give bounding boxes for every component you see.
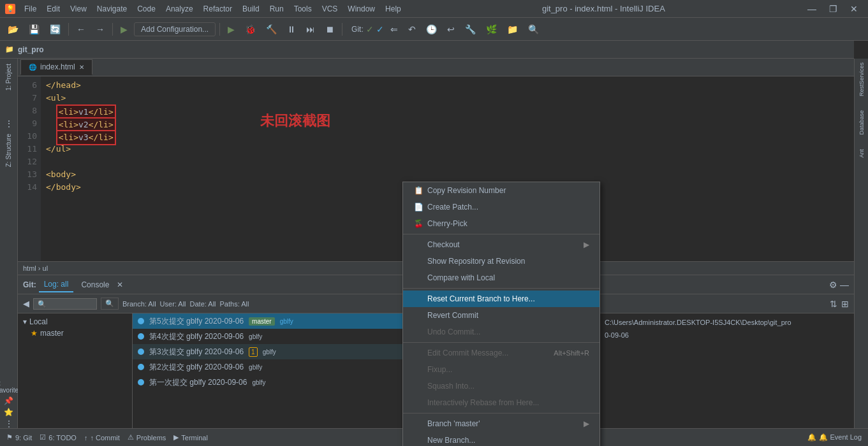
- cherry-icon: 🍒: [413, 219, 423, 229]
- git-log-tab[interactable]: Log: all: [39, 277, 74, 292]
- menu-window[interactable]: Window: [344, 3, 379, 15]
- ctx-show-repo[interactable]: Show Repository at Revision: [403, 253, 600, 270]
- git-check-icon: ✓: [366, 24, 374, 34]
- sidebar-project-label[interactable]: 1: Project: [5, 64, 12, 90]
- ctx-compare-local[interactable]: Compare with Local: [403, 270, 600, 286]
- git-search-filter-btn[interactable]: 🔍: [101, 298, 119, 310]
- close-button[interactable]: ✕: [845, 3, 863, 15]
- run-btn[interactable]: 🔨: [262, 22, 281, 37]
- rest-services-label[interactable]: RestServices: [858, 62, 865, 96]
- event-log-icon: 🔔: [807, 433, 816, 442]
- git-push-btn[interactable]: ↶: [404, 22, 420, 37]
- menu-view[interactable]: View: [66, 3, 91, 15]
- code-line-8: <li>v1</li>: [46, 104, 849, 117]
- ant-label[interactable]: Ant: [858, 149, 865, 158]
- git-master-branch[interactable]: ★ master: [20, 327, 129, 339]
- back-btn[interactable]: ←: [73, 22, 89, 37]
- window-controls: — ❐ ✕: [802, 3, 863, 15]
- play-btn[interactable]: ▶: [224, 22, 239, 37]
- minimize-button[interactable]: —: [802, 3, 821, 15]
- tab-close-btn[interactable]: ✕: [79, 64, 84, 71]
- editor-tab-index-html[interactable]: 🌐 index.html ✕: [20, 59, 92, 75]
- ctx-reset-branch[interactable]: Reset Current Branch to Here...: [403, 291, 600, 307]
- terminal-status-btn[interactable]: ▶ Terminal: [170, 429, 212, 446]
- menu-edit[interactable]: Edit: [43, 3, 64, 15]
- ctx-squash[interactable]: Squash Into...: [403, 378, 600, 394]
- git-history-btn[interactable]: 🕒: [422, 22, 441, 37]
- branch-icon: [413, 419, 423, 429]
- git-settings-btn[interactable]: 🔧: [461, 22, 480, 37]
- branch-filter[interactable]: Branch: All: [122, 300, 156, 308]
- menu-build[interactable]: Build: [239, 3, 263, 15]
- sidebar-star-icon[interactable]: ⭐: [4, 408, 13, 417]
- git-branches-btn[interactable]: 🌿: [482, 22, 501, 37]
- git-search2-btn[interactable]: 🔍: [524, 22, 543, 37]
- git-update-btn[interactable]: ⇐: [386, 22, 402, 37]
- ctx-cherry-pick[interactable]: 🍒 Cherry-Pick: [403, 215, 600, 232]
- menu-analyze[interactable]: Analyze: [162, 3, 197, 15]
- ctx-revert-commit[interactable]: Revert Commit: [403, 307, 600, 324]
- event-log-btn[interactable]: 🔔 🔔 Event Log: [804, 429, 865, 446]
- ctx-create-patch[interactable]: 📄 Create Patch...: [403, 199, 600, 215]
- git-group-btn[interactable]: ⊞: [841, 299, 849, 309]
- sidebar-structure-label[interactable]: Z: Structure: [5, 134, 12, 167]
- menu-run[interactable]: Run: [266, 3, 288, 15]
- git-revert-btn[interactable]: ↩: [443, 22, 459, 37]
- git-settings-icon[interactable]: ⚙: [829, 280, 837, 290]
- git-extra-btn[interactable]: 📁: [503, 22, 522, 37]
- open-btn[interactable]: 📂: [4, 22, 22, 37]
- git-collapse-btn[interactable]: ◀: [23, 299, 29, 308]
- git-search-input[interactable]: [33, 298, 97, 310]
- forward-btn[interactable]: →: [92, 22, 108, 37]
- code-line-13: <body>: [46, 168, 849, 181]
- ctx-show-repo-label: Show Repository at Revision: [427, 257, 525, 266]
- run-recent-btn[interactable]: ▶: [117, 22, 131, 37]
- stop-btn[interactable]: ⏸: [283, 22, 300, 37]
- ctx-undo-commit[interactable]: Undo Commit...: [403, 324, 600, 340]
- ctx-cherry-pick-label: Cherry-Pick: [427, 219, 467, 228]
- menu-refactor[interactable]: Refactor: [200, 3, 236, 15]
- project-name: git_pro: [18, 45, 44, 54]
- git-minimize-icon[interactable]: —: [840, 280, 849, 290]
- git-console-close-icon[interactable]: ✕: [117, 280, 123, 289]
- user-filter[interactable]: User: All: [160, 300, 186, 308]
- menu-code[interactable]: Code: [133, 3, 159, 15]
- step-btn[interactable]: ⏭: [302, 22, 319, 37]
- save-btn[interactable]: 💾: [25, 22, 43, 37]
- show-repo-icon: [413, 256, 423, 266]
- project-icon: 📁: [5, 45, 14, 54]
- sync-btn[interactable]: 🔄: [46, 22, 64, 37]
- commit-status-btn[interactable]: ↑ ↑ Commit: [80, 429, 124, 446]
- ctx-branch-master[interactable]: Branch 'master' ▶: [403, 415, 600, 432]
- ctx-checkout[interactable]: Checkout ▶: [403, 236, 600, 253]
- debug-btn[interactable]: 🐞: [241, 22, 260, 37]
- maximize-button[interactable]: ❐: [824, 3, 842, 15]
- ctx-edit-message[interactable]: Edit Commit Message... Alt+Shift+R: [403, 345, 600, 361]
- menu-help[interactable]: Help: [381, 3, 405, 15]
- menu-vcs[interactable]: VCS: [318, 3, 342, 15]
- add-config-button[interactable]: Add Configuration...: [134, 22, 216, 36]
- path-filter[interactable]: Paths: All: [220, 300, 249, 308]
- menu-navigate[interactable]: Navigate: [93, 3, 131, 15]
- date-filter[interactable]: Date: All: [190, 300, 216, 308]
- git-local-tree[interactable]: ▾ Local: [20, 316, 129, 327]
- sidebar-pin-icon[interactable]: 📌: [4, 396, 13, 405]
- ctx-copy-revision[interactable]: 📋 Copy Revision Number: [403, 182, 600, 199]
- ctx-interactive-rebase[interactable]: Interactively Rebase from Here...: [403, 394, 600, 411]
- breadcrumb-text: html › ul: [23, 264, 48, 272]
- ctx-new-branch[interactable]: New Branch...: [403, 432, 600, 446]
- sidebar-dots-icon[interactable]: ⋮: [5, 419, 13, 428]
- todo-status-btn[interactable]: ☑ 6: TODO: [36, 429, 80, 446]
- git-status-btn[interactable]: ⚑ 9: Git: [3, 429, 36, 446]
- menu-tools[interactable]: Tools: [290, 3, 316, 15]
- checkout-arrow: ▶: [584, 240, 589, 249]
- database-label[interactable]: Database: [858, 110, 865, 135]
- problems-status-btn[interactable]: ⚠ Problems: [124, 429, 170, 446]
- git-expand-all-btn[interactable]: ⇅: [830, 299, 837, 309]
- pause-btn[interactable]: ⏹: [321, 22, 338, 37]
- commit-gblfy-3: gblfy: [263, 349, 276, 356]
- menu-file[interactable]: File: [20, 3, 40, 15]
- git-console-tab[interactable]: Console: [76, 278, 114, 292]
- ctx-fixup[interactable]: Fixup...: [403, 361, 600, 378]
- sidebar-structure-icon[interactable]: ⋮: [4, 119, 13, 129]
